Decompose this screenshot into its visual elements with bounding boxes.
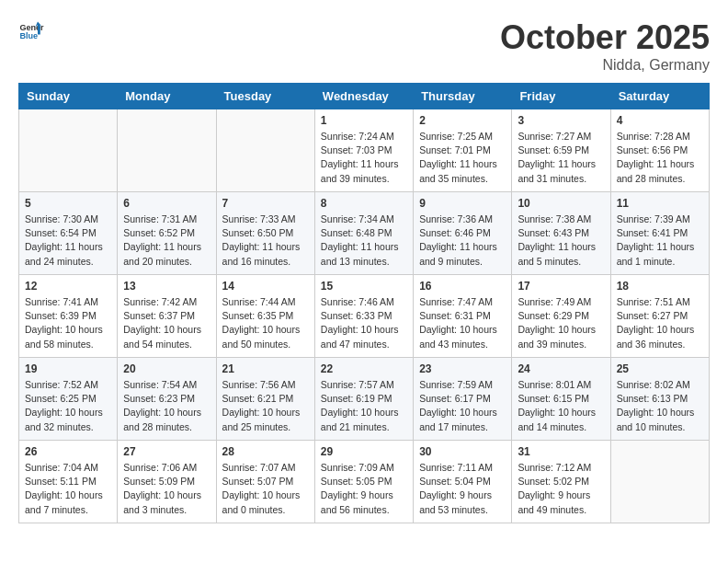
day-number: 10	[518, 197, 604, 210]
day-number: 24	[518, 362, 604, 375]
day-number: 3	[518, 114, 604, 127]
calendar-day-cell: 23Sunrise: 7:59 AM Sunset: 6:17 PM Dayli…	[414, 358, 512, 441]
title-area: October 2025 Nidda, Germany	[500, 18, 710, 74]
day-info: Sunrise: 7:59 AM Sunset: 6:17 PM Dayligh…	[419, 378, 506, 434]
month-title: October 2025	[500, 18, 710, 57]
calendar-week-row: 12Sunrise: 7:41 AM Sunset: 6:39 PM Dayli…	[19, 275, 710, 358]
svg-text:General: General	[19, 23, 44, 32]
day-info: Sunrise: 7:07 AM Sunset: 5:07 PM Dayligh…	[222, 461, 309, 517]
day-info: Sunrise: 7:38 AM Sunset: 6:43 PM Dayligh…	[518, 213, 604, 269]
calendar-day-cell: 4Sunrise: 7:28 AM Sunset: 6:56 PM Daylig…	[610, 109, 709, 192]
calendar-day-cell: 6Sunrise: 7:31 AM Sunset: 6:52 PM Daylig…	[118, 192, 216, 275]
day-info: Sunrise: 7:34 AM Sunset: 6:48 PM Dayligh…	[321, 213, 407, 269]
day-number: 5	[25, 197, 111, 210]
day-number: 2	[419, 114, 506, 127]
day-info: Sunrise: 7:47 AM Sunset: 6:31 PM Dayligh…	[419, 295, 506, 351]
calendar-day-cell: 26Sunrise: 7:04 AM Sunset: 5:11 PM Dayli…	[19, 441, 118, 523]
calendar-day-cell: 11Sunrise: 7:39 AM Sunset: 6:41 PM Dayli…	[610, 192, 709, 275]
day-number: 6	[123, 197, 210, 210]
day-number: 22	[321, 362, 407, 375]
day-number: 13	[123, 280, 210, 293]
calendar-week-row: 5Sunrise: 7:30 AM Sunset: 6:54 PM Daylig…	[19, 192, 710, 275]
calendar-day-cell: 15Sunrise: 7:46 AM Sunset: 6:33 PM Dayli…	[314, 275, 413, 358]
day-info: Sunrise: 7:33 AM Sunset: 6:50 PM Dayligh…	[222, 213, 309, 269]
logo-icon: General Blue	[18, 18, 44, 44]
day-info: Sunrise: 7:56 AM Sunset: 6:21 PM Dayligh…	[222, 378, 309, 434]
day-number: 4	[617, 114, 703, 127]
day-number: 9	[419, 197, 506, 210]
calendar-day-cell: 9Sunrise: 7:36 AM Sunset: 6:46 PM Daylig…	[414, 192, 512, 275]
calendar-day-cell	[216, 109, 314, 192]
day-info: Sunrise: 7:11 AM Sunset: 5:04 PM Dayligh…	[419, 461, 506, 517]
calendar-day-cell: 17Sunrise: 7:49 AM Sunset: 6:29 PM Dayli…	[512, 275, 610, 358]
day-info: Sunrise: 7:31 AM Sunset: 6:52 PM Dayligh…	[123, 213, 210, 269]
day-number: 15	[321, 280, 407, 293]
day-info: Sunrise: 7:42 AM Sunset: 6:37 PM Dayligh…	[123, 295, 210, 351]
day-info: Sunrise: 7:44 AM Sunset: 6:35 PM Dayligh…	[222, 295, 309, 351]
calendar-day-cell: 2Sunrise: 7:25 AM Sunset: 7:01 PM Daylig…	[414, 109, 512, 192]
location-title: Nidda, Germany	[500, 57, 710, 74]
calendar-day-cell: 5Sunrise: 7:30 AM Sunset: 6:54 PM Daylig…	[19, 192, 118, 275]
day-number: 8	[321, 197, 407, 210]
day-number: 1	[321, 114, 407, 127]
calendar-day-cell: 28Sunrise: 7:07 AM Sunset: 5:07 PM Dayli…	[216, 441, 314, 523]
day-info: Sunrise: 7:41 AM Sunset: 6:39 PM Dayligh…	[25, 295, 111, 351]
day-number: 17	[518, 280, 604, 293]
calendar-day-cell: 27Sunrise: 7:06 AM Sunset: 5:09 PM Dayli…	[118, 441, 216, 523]
day-info: Sunrise: 7:51 AM Sunset: 6:27 PM Dayligh…	[617, 295, 703, 351]
day-info: Sunrise: 7:06 AM Sunset: 5:09 PM Dayligh…	[123, 461, 210, 517]
day-number: 14	[222, 280, 309, 293]
day-info: Sunrise: 7:04 AM Sunset: 5:11 PM Dayligh…	[25, 461, 111, 517]
calendar-day-cell: 13Sunrise: 7:42 AM Sunset: 6:37 PM Dayli…	[118, 275, 216, 358]
calendar-day-cell: 14Sunrise: 7:44 AM Sunset: 6:35 PM Dayli…	[216, 275, 314, 358]
calendar-day-cell: 16Sunrise: 7:47 AM Sunset: 6:31 PM Dayli…	[414, 275, 512, 358]
calendar-day-cell: 21Sunrise: 7:56 AM Sunset: 6:21 PM Dayli…	[216, 358, 314, 441]
day-info: Sunrise: 7:36 AM Sunset: 6:46 PM Dayligh…	[419, 213, 506, 269]
calendar-table: SundayMondayTuesdayWednesdayThursdayFrid…	[18, 83, 710, 523]
calendar-week-row: 1Sunrise: 7:24 AM Sunset: 7:03 PM Daylig…	[19, 109, 710, 192]
day-number: 26	[25, 445, 111, 458]
calendar-day-cell: 10Sunrise: 7:38 AM Sunset: 6:43 PM Dayli…	[512, 192, 610, 275]
day-info: Sunrise: 7:24 AM Sunset: 7:03 PM Dayligh…	[321, 130, 407, 186]
day-number: 29	[321, 445, 407, 458]
calendar-day-cell: 3Sunrise: 7:27 AM Sunset: 6:59 PM Daylig…	[512, 109, 610, 192]
day-info: Sunrise: 7:30 AM Sunset: 6:54 PM Dayligh…	[25, 213, 111, 269]
day-info: Sunrise: 7:28 AM Sunset: 6:56 PM Dayligh…	[617, 130, 703, 186]
calendar-day-cell: 19Sunrise: 7:52 AM Sunset: 6:25 PM Dayli…	[19, 358, 118, 441]
calendar-header-row: SundayMondayTuesdayWednesdayThursdayFrid…	[19, 84, 710, 109]
calendar-day-cell: 24Sunrise: 8:01 AM Sunset: 6:15 PM Dayli…	[512, 358, 610, 441]
day-info: Sunrise: 7:52 AM Sunset: 6:25 PM Dayligh…	[25, 378, 111, 434]
day-number: 18	[617, 280, 703, 293]
calendar-day-cell: 25Sunrise: 8:02 AM Sunset: 6:13 PM Dayli…	[610, 358, 709, 441]
calendar-day-header: Tuesday	[216, 84, 314, 109]
calendar-day-cell: 20Sunrise: 7:54 AM Sunset: 6:23 PM Dayli…	[118, 358, 216, 441]
calendar-day-header: Wednesday	[314, 84, 413, 109]
svg-text:Blue: Blue	[19, 31, 38, 40]
calendar-day-header: Saturday	[610, 84, 709, 109]
day-info: Sunrise: 7:27 AM Sunset: 6:59 PM Dayligh…	[518, 130, 604, 186]
day-info: Sunrise: 7:49 AM Sunset: 6:29 PM Dayligh…	[518, 295, 604, 351]
calendar-day-cell: 12Sunrise: 7:41 AM Sunset: 6:39 PM Dayli…	[19, 275, 118, 358]
day-number: 16	[419, 280, 506, 293]
day-info: Sunrise: 7:39 AM Sunset: 6:41 PM Dayligh…	[617, 213, 703, 269]
day-number: 27	[123, 445, 210, 458]
day-info: Sunrise: 7:57 AM Sunset: 6:19 PM Dayligh…	[321, 378, 407, 434]
day-info: Sunrise: 8:02 AM Sunset: 6:13 PM Dayligh…	[617, 378, 703, 434]
calendar-week-row: 26Sunrise: 7:04 AM Sunset: 5:11 PM Dayli…	[19, 441, 710, 523]
calendar-day-cell	[118, 109, 216, 192]
day-info: Sunrise: 7:46 AM Sunset: 6:33 PM Dayligh…	[321, 295, 407, 351]
calendar-day-header: Sunday	[19, 84, 118, 109]
calendar-day-cell: 1Sunrise: 7:24 AM Sunset: 7:03 PM Daylig…	[314, 109, 413, 192]
calendar-day-cell: 7Sunrise: 7:33 AM Sunset: 6:50 PM Daylig…	[216, 192, 314, 275]
day-info: Sunrise: 7:25 AM Sunset: 7:01 PM Dayligh…	[419, 130, 506, 186]
calendar-day-cell: 30Sunrise: 7:11 AM Sunset: 5:04 PM Dayli…	[414, 441, 512, 523]
calendar-day-cell: 31Sunrise: 7:12 AM Sunset: 5:02 PM Dayli…	[512, 441, 610, 523]
logo: General Blue	[18, 18, 44, 44]
calendar-day-cell	[610, 441, 709, 523]
day-number: 25	[617, 362, 703, 375]
day-number: 12	[25, 280, 111, 293]
calendar-day-cell	[19, 109, 118, 192]
calendar-day-header: Thursday	[414, 84, 512, 109]
day-info: Sunrise: 7:09 AM Sunset: 5:05 PM Dayligh…	[321, 461, 407, 517]
day-info: Sunrise: 8:01 AM Sunset: 6:15 PM Dayligh…	[518, 378, 604, 434]
